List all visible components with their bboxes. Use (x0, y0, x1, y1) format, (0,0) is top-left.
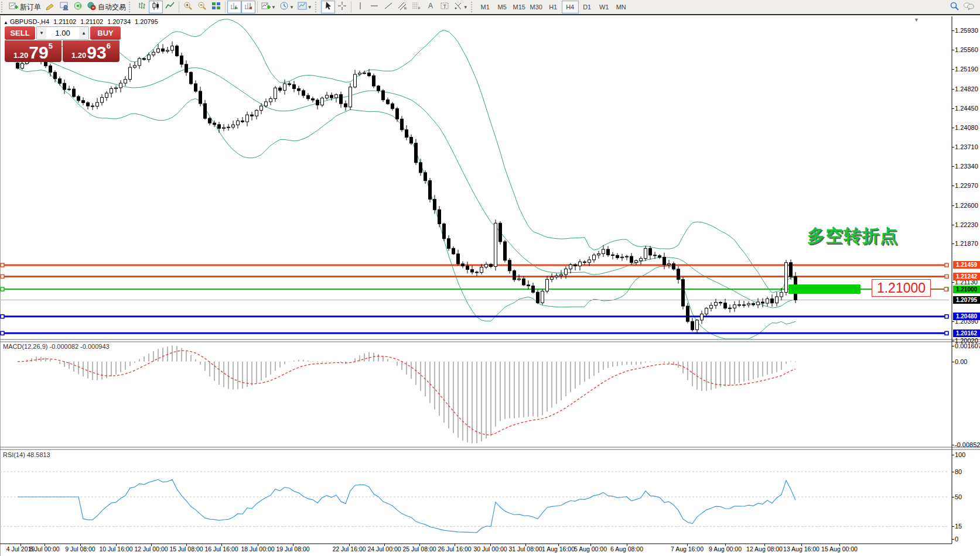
arrows-icon (453, 1, 463, 13)
trendline-button[interactable] (381, 1, 395, 13)
tf-w1-button[interactable]: W1 (596, 1, 613, 13)
cursor-button[interactable] (321, 1, 335, 13)
time-tick-mark (627, 544, 627, 546)
tile-windows-icon (211, 1, 221, 13)
time-tick-label: 7 Aug 16:00 (671, 545, 704, 552)
price-tick-label: 1.25930 (955, 27, 978, 34)
time-tick-mark (687, 544, 688, 546)
tf-m5-button[interactable]: M5 (494, 1, 511, 13)
vertical-line-icon (356, 1, 365, 13)
chart-scroll-marker-icon: ▼ (914, 17, 919, 23)
collapse-panel-icon[interactable]: ▲ (4, 20, 8, 25)
time-tick-mark (80, 544, 81, 546)
signal-icon (73, 1, 83, 13)
autotrade-button[interactable]: 自动交易 (85, 1, 128, 13)
axis-tick-mark (952, 282, 954, 283)
profile-button[interactable] (57, 1, 71, 13)
price-level-label: 1.21000 (953, 286, 980, 293)
arrows-button[interactable]: ▼ (452, 1, 470, 13)
zoom-in-button[interactable] (181, 1, 195, 13)
chevron-down-icon: ▼ (308, 5, 312, 10)
toolbar-grip[interactable] (315, 2, 320, 12)
buy-quote[interactable]: 1.20 93 6 (63, 40, 119, 62)
zoom-in-icon (183, 1, 193, 13)
tf-m1-button[interactable]: M1 (477, 1, 494, 13)
time-tick-mark (349, 544, 350, 546)
ohlc-high: 1.21102 (80, 18, 103, 25)
axis-tick-mark (952, 243, 954, 244)
time-tick-label: 13 Aug 16:00 (783, 545, 819, 552)
vertical-line-button[interactable] (353, 1, 367, 13)
axis-tick-mark (952, 186, 954, 186)
indicators-button[interactable]: ▼ (259, 1, 278, 13)
clock-icon (279, 1, 289, 13)
time-tick-label: 12 Jul 00:00 (134, 545, 168, 552)
axis-tick-mark (952, 445, 954, 445)
sell-quote[interactable]: 1.20 79 5 (5, 40, 62, 62)
chart-shift-button[interactable] (241, 1, 255, 13)
volume-down-button[interactable]: ▼ (37, 27, 46, 39)
periods-button[interactable]: ▼ (278, 1, 296, 13)
mt4-window: 新订单 自动交易 (0, 0, 980, 556)
crosshair-icon (337, 1, 347, 13)
line-chart-icon (165, 1, 175, 13)
time-tick-label: 15 Aug 00:00 (821, 545, 858, 552)
bar-chart-icon (137, 1, 146, 13)
journal-icon (45, 1, 54, 13)
time-tick-mark (419, 544, 420, 546)
time-tick-label: 9 Jul 08:00 (65, 545, 95, 552)
crosshair-button[interactable] (335, 1, 349, 13)
volume-up-button[interactable]: ▲ (79, 27, 88, 39)
tf-d1-button[interactable]: D1 (579, 1, 596, 13)
cursor-icon (323, 1, 333, 13)
time-tick-mark (558, 544, 559, 546)
zoom-out-button[interactable] (195, 1, 209, 13)
search-button[interactable] (947, 1, 961, 13)
journal-button[interactable] (43, 1, 57, 13)
price-level-label: 1.20480 (953, 313, 980, 320)
toolbar-grip[interactable] (1, 2, 6, 12)
macd-tick-label: 0.001607 (955, 342, 980, 349)
rsi-tick-label: 0 (955, 536, 958, 543)
svg-text:A: A (428, 2, 433, 10)
time-tick-label: 12 Aug 08:00 (746, 545, 783, 552)
tf-m15-button[interactable]: M15 (511, 1, 528, 13)
volume-input[interactable] (46, 27, 79, 39)
line-chart-button[interactable] (163, 1, 177, 13)
fibonacci-button[interactable]: F (409, 1, 424, 13)
time-tick-mark (21, 544, 21, 546)
equidistant-channel-button[interactable]: E (395, 1, 409, 13)
tf-mn-button[interactable]: MN (613, 1, 630, 13)
auto-scroll-button[interactable] (227, 1, 241, 13)
tile-windows-button[interactable] (209, 1, 223, 13)
signal-button[interactable] (71, 1, 85, 13)
text-button[interactable]: A (424, 1, 438, 13)
trendline-icon (384, 1, 393, 13)
axis-tick-mark (952, 89, 954, 90)
buy-button[interactable]: BUY (90, 26, 121, 40)
price-level-callout[interactable]: 1.21000 (872, 279, 931, 297)
bar-chart-button[interactable] (135, 1, 149, 13)
horizontal-line-button[interactable] (367, 1, 381, 13)
time-tick-mark (839, 544, 840, 546)
rsi-tick-label: 50 (955, 493, 962, 500)
new-order-icon (9, 1, 18, 13)
time-tick-label: 9 Aug 00:00 (709, 545, 742, 552)
time-tick-label: 26 Jul 16:00 (438, 545, 471, 552)
tf-m30-button[interactable]: M30 (528, 1, 545, 13)
chart-annotation-text[interactable]: 多空转折点 (807, 224, 898, 248)
text-label-button[interactable]: T (438, 1, 452, 13)
candlestick-chart-button[interactable] (149, 1, 163, 13)
chart-canvas[interactable] (0, 0, 980, 556)
sell-button[interactable]: SELL (5, 26, 35, 40)
ohlc-close: 1.20795 (135, 18, 158, 25)
tf-h1-button[interactable]: H1 (545, 1, 562, 13)
tf-h4-button[interactable]: H4 (562, 1, 579, 13)
symbol-name: GBPUSD-,H4 (10, 18, 49, 25)
templates-button[interactable]: ▼ (296, 1, 314, 13)
one-click-trading-panel: SELL ▼ ▲ BUY 1.20 79 5 1.20 93 6 (5, 26, 121, 62)
toolbar-grip[interactable] (129, 2, 134, 12)
toolbar-grip[interactable] (471, 2, 476, 12)
new-order-button[interactable]: 新订单 (7, 1, 43, 13)
chat-button[interactable] (961, 1, 976, 13)
